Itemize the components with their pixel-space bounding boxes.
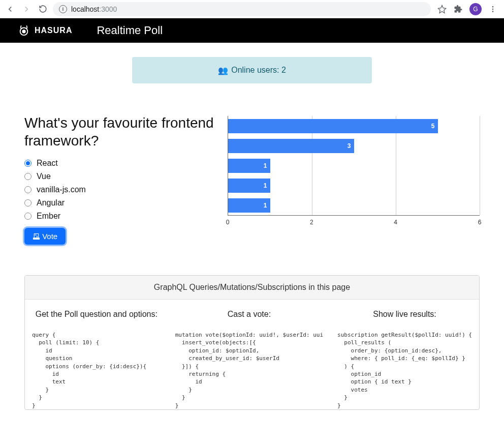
app-header: HASURA Realtime Poll [0, 18, 504, 43]
gql-code: mutation vote($optionId: uuid!, $userId:… [175, 331, 323, 409]
chart-bar: 1 [228, 179, 270, 193]
vote-button[interactable]: 🗳 Vote [24, 228, 66, 245]
chart-bar-value: 3 [348, 142, 351, 150]
browser-toolbar: i localhost:3000 G [0, 0, 504, 18]
gql-column-title: Get the Poll question and options: [32, 305, 161, 331]
results-chart: 53111 0246 [228, 114, 480, 245]
chart-bar-value: 1 [264, 162, 267, 169]
browser-menu-icon[interactable] [488, 4, 498, 14]
chart-bar: 1 [228, 159, 270, 173]
poll-question: What's your favourite frontend framework… [24, 114, 217, 150]
chart-x-tick: 6 [478, 219, 482, 226]
page-title: Realtime Poll [97, 24, 163, 37]
chart-x-tick: 2 [310, 219, 313, 226]
chart-bar-row: 1 [228, 195, 480, 215]
gql-column: Get the Poll question and options: query… [25, 305, 168, 409]
site-info-icon[interactable]: i [59, 5, 67, 13]
url-bar[interactable]: i localhost:3000 [53, 2, 431, 16]
online-users-text: Online users: 2 [231, 66, 286, 75]
poll-option[interactable]: Angular [24, 197, 217, 209]
poll-option[interactable]: Ember [24, 211, 217, 222]
option-label: Angular [37, 198, 65, 208]
svg-point-0 [492, 6, 494, 8]
chart-bar-row: 5 [228, 116, 480, 136]
chart-x-axis: 0246 [228, 217, 480, 228]
chart-bar: 3 [228, 139, 354, 153]
chart-bar-row: 3 [228, 136, 480, 156]
nav-reload-button[interactable] [37, 3, 49, 15]
svg-point-4 [22, 30, 25, 33]
gql-code: query { poll (limit: 10) { id question o… [32, 331, 161, 409]
chart-x-tick: 0 [226, 219, 230, 226]
option-label: React [37, 159, 58, 168]
gql-column-title: Cast a vote: [175, 305, 323, 331]
option-label: Vue [37, 172, 51, 181]
chart-plot-area: 53111 [228, 116, 480, 216]
chart-bar: 1 [228, 198, 270, 213]
graphql-panel: GraphQL Queries/Mutations/Subscriptions … [24, 275, 480, 410]
chart-x-tick: 4 [394, 219, 397, 226]
gql-column: Show live results: subscription getResul… [330, 305, 479, 409]
profile-avatar[interactable]: G [469, 3, 482, 15]
option-label: vanilla-js.com [37, 185, 86, 194]
poll-option[interactable]: React [24, 158, 217, 169]
poll-option[interactable]: vanilla-js.com [24, 184, 217, 195]
gql-column-title: Show live results: [337, 305, 472, 331]
poll-pane: What's your favourite frontend framework… [24, 114, 217, 245]
chart-bar-row: 1 [228, 156, 480, 175]
chart-bar-value: 1 [264, 202, 267, 209]
brand-logo[interactable]: HASURA [18, 25, 72, 36]
extensions-icon[interactable] [453, 4, 463, 14]
svg-point-1 [492, 8, 494, 10]
bookmark-star-icon[interactable] [437, 4, 447, 14]
brand-name: HASURA [35, 26, 72, 35]
nav-forward-button[interactable] [20, 3, 33, 15]
graphql-panel-title: GraphQL Queries/Mutations/Subscriptions … [25, 276, 479, 300]
gql-code: subscription getResult($pollId: uuid!) {… [337, 331, 472, 409]
radio-icon [24, 186, 32, 193]
poll-options: React Vue vanilla-js.com Angular Ember [24, 158, 217, 222]
online-users-banner: 👥 Online users: 2 [132, 57, 372, 83]
chart-bar-value: 1 [264, 182, 267, 189]
chart-bar-row: 1 [228, 175, 480, 195]
radio-icon [24, 213, 32, 220]
nav-back-button[interactable] [4, 3, 16, 15]
chart-bar-value: 5 [431, 123, 435, 130]
radio-icon [24, 160, 32, 167]
radio-icon [24, 199, 32, 206]
gql-column: Cast a vote: mutation vote($optionId: uu… [168, 305, 330, 409]
users-icon: 👥 [218, 66, 228, 75]
chart-bar: 5 [228, 119, 438, 133]
radio-icon [24, 173, 32, 180]
option-label: Ember [37, 212, 60, 221]
svg-point-2 [492, 11, 494, 12]
url-text: localhost:3000 [71, 5, 117, 13]
poll-option[interactable]: Vue [24, 171, 217, 182]
